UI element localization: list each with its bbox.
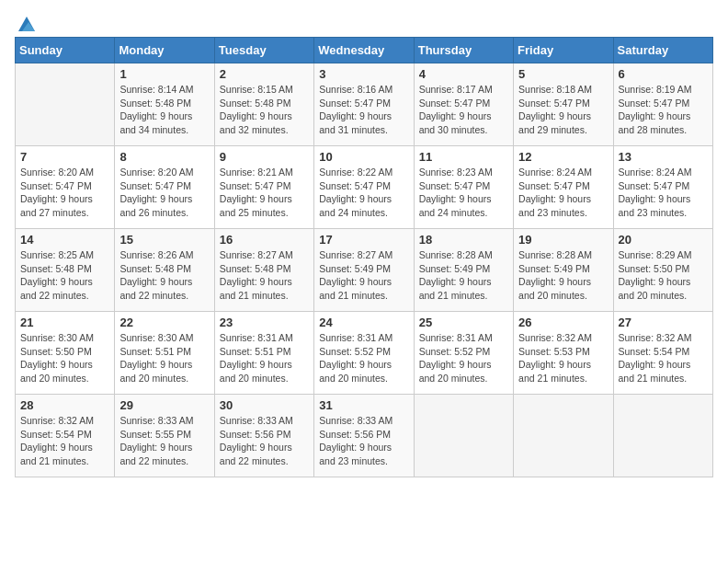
day-number: 7 bbox=[20, 150, 109, 164]
calendar-cell: 13Sunrise: 8:24 AM Sunset: 5:47 PM Dayli… bbox=[613, 146, 712, 229]
calendar-cell bbox=[16, 63, 115, 146]
calendar-cell: 6Sunrise: 8:19 AM Sunset: 5:47 PM Daylig… bbox=[613, 63, 712, 146]
calendar-cell: 29Sunrise: 8:33 AM Sunset: 5:55 PM Dayli… bbox=[115, 395, 214, 477]
day-info: Sunrise: 8:28 AM Sunset: 5:49 PM Dayligh… bbox=[419, 248, 508, 303]
day-number: 21 bbox=[20, 316, 109, 329]
day-info: Sunrise: 8:32 AM Sunset: 5:54 PM Dayligh… bbox=[20, 414, 109, 468]
day-info: Sunrise: 8:15 AM Sunset: 5:48 PM Dayligh… bbox=[220, 83, 309, 137]
day-number: 18 bbox=[419, 233, 508, 247]
logo bbox=[15, 15, 37, 29]
day-header-wednesday: Wednesday bbox=[314, 38, 414, 63]
calendar-cell: 21Sunrise: 8:30 AM Sunset: 5:50 PM Dayli… bbox=[16, 312, 115, 395]
page-header bbox=[15, 15, 713, 29]
calendar-cell: 27Sunrise: 8:32 AM Sunset: 5:54 PM Dayli… bbox=[613, 312, 712, 395]
day-number: 8 bbox=[119, 150, 209, 164]
day-number: 22 bbox=[119, 316, 209, 329]
day-number: 11 bbox=[419, 150, 508, 164]
day-info: Sunrise: 8:27 AM Sunset: 5:48 PM Dayligh… bbox=[220, 248, 309, 303]
day-header-saturday: Saturday bbox=[613, 38, 712, 63]
calendar-cell: 7Sunrise: 8:20 AM Sunset: 5:47 PM Daylig… bbox=[16, 146, 115, 229]
day-number: 10 bbox=[319, 150, 408, 164]
day-number: 28 bbox=[20, 398, 109, 412]
day-info: Sunrise: 8:18 AM Sunset: 5:47 PM Dayligh… bbox=[518, 83, 608, 137]
day-number: 2 bbox=[220, 67, 309, 81]
day-info: Sunrise: 8:21 AM Sunset: 5:47 PM Dayligh… bbox=[220, 166, 309, 220]
calendar-cell: 9Sunrise: 8:21 AM Sunset: 5:47 PM Daylig… bbox=[214, 146, 313, 229]
calendar-cell: 30Sunrise: 8:33 AM Sunset: 5:56 PM Dayli… bbox=[214, 395, 313, 477]
calendar-header-row: SundayMondayTuesdayWednesdayThursdayFrid… bbox=[16, 38, 713, 63]
calendar-cell: 10Sunrise: 8:22 AM Sunset: 5:47 PM Dayli… bbox=[314, 146, 414, 229]
day-info: Sunrise: 8:23 AM Sunset: 5:47 PM Dayligh… bbox=[419, 166, 508, 220]
day-info: Sunrise: 8:33 AM Sunset: 5:55 PM Dayligh… bbox=[119, 414, 209, 468]
calendar-cell: 25Sunrise: 8:31 AM Sunset: 5:52 PM Dayli… bbox=[414, 312, 513, 395]
calendar-cell: 20Sunrise: 8:29 AM Sunset: 5:50 PM Dayli… bbox=[613, 229, 712, 312]
calendar-cell bbox=[514, 395, 613, 477]
calendar-week-5: 28Sunrise: 8:32 AM Sunset: 5:54 PM Dayli… bbox=[16, 395, 713, 477]
calendar-cell: 24Sunrise: 8:31 AM Sunset: 5:52 PM Dayli… bbox=[314, 312, 414, 395]
day-number: 5 bbox=[518, 67, 608, 81]
day-info: Sunrise: 8:25 AM Sunset: 5:48 PM Dayligh… bbox=[20, 248, 109, 303]
day-info: Sunrise: 8:16 AM Sunset: 5:47 PM Dayligh… bbox=[319, 83, 408, 137]
day-number: 14 bbox=[20, 233, 109, 247]
calendar-cell: 8Sunrise: 8:20 AM Sunset: 5:47 PM Daylig… bbox=[115, 146, 214, 229]
day-number: 24 bbox=[319, 316, 408, 329]
day-number: 31 bbox=[319, 398, 408, 412]
calendar-cell: 2Sunrise: 8:15 AM Sunset: 5:48 PM Daylig… bbox=[214, 63, 313, 146]
day-info: Sunrise: 8:17 AM Sunset: 5:47 PM Dayligh… bbox=[419, 83, 508, 137]
calendar-cell: 11Sunrise: 8:23 AM Sunset: 5:47 PM Dayli… bbox=[414, 146, 513, 229]
day-info: Sunrise: 8:33 AM Sunset: 5:56 PM Dayligh… bbox=[319, 414, 408, 468]
calendar-cell: 22Sunrise: 8:30 AM Sunset: 5:51 PM Dayli… bbox=[115, 312, 214, 395]
calendar-cell: 18Sunrise: 8:28 AM Sunset: 5:49 PM Dayli… bbox=[414, 229, 513, 312]
day-number: 23 bbox=[220, 316, 309, 329]
day-number: 12 bbox=[518, 150, 608, 164]
day-info: Sunrise: 8:31 AM Sunset: 5:52 PM Dayligh… bbox=[319, 331, 408, 385]
day-number: 20 bbox=[619, 233, 708, 247]
calendar-cell: 19Sunrise: 8:28 AM Sunset: 5:49 PM Dayli… bbox=[514, 229, 613, 312]
day-info: Sunrise: 8:30 AM Sunset: 5:50 PM Dayligh… bbox=[20, 331, 109, 385]
calendar-cell: 1Sunrise: 8:14 AM Sunset: 5:48 PM Daylig… bbox=[115, 63, 214, 146]
day-number: 16 bbox=[220, 233, 309, 247]
day-number: 29 bbox=[119, 398, 209, 412]
calendar-cell: 31Sunrise: 8:33 AM Sunset: 5:56 PM Dayli… bbox=[314, 395, 414, 477]
logo-icon bbox=[17, 15, 37, 35]
day-number: 30 bbox=[220, 398, 309, 412]
day-number: 19 bbox=[518, 233, 608, 247]
calendar-body: 1Sunrise: 8:14 AM Sunset: 5:48 PM Daylig… bbox=[16, 63, 713, 477]
day-number: 17 bbox=[319, 233, 408, 247]
day-header-sunday: Sunday bbox=[16, 38, 115, 63]
day-info: Sunrise: 8:30 AM Sunset: 5:51 PM Dayligh… bbox=[119, 331, 209, 385]
day-number: 3 bbox=[319, 67, 408, 81]
day-number: 27 bbox=[619, 316, 708, 329]
calendar-cell: 15Sunrise: 8:26 AM Sunset: 5:48 PM Dayli… bbox=[115, 229, 214, 312]
day-header-monday: Monday bbox=[115, 38, 214, 63]
calendar-cell bbox=[613, 395, 712, 477]
day-info: Sunrise: 8:27 AM Sunset: 5:49 PM Dayligh… bbox=[319, 248, 408, 303]
day-info: Sunrise: 8:29 AM Sunset: 5:50 PM Dayligh… bbox=[619, 248, 708, 303]
day-info: Sunrise: 8:19 AM Sunset: 5:47 PM Dayligh… bbox=[619, 83, 708, 137]
calendar-table: SundayMondayTuesdayWednesdayThursdayFrid… bbox=[15, 37, 713, 477]
day-info: Sunrise: 8:31 AM Sunset: 5:52 PM Dayligh… bbox=[419, 331, 508, 385]
day-info: Sunrise: 8:14 AM Sunset: 5:48 PM Dayligh… bbox=[119, 83, 209, 137]
day-number: 13 bbox=[619, 150, 708, 164]
calendar-week-1: 1Sunrise: 8:14 AM Sunset: 5:48 PM Daylig… bbox=[16, 63, 713, 146]
day-info: Sunrise: 8:31 AM Sunset: 5:51 PM Dayligh… bbox=[220, 331, 309, 385]
calendar-cell: 23Sunrise: 8:31 AM Sunset: 5:51 PM Dayli… bbox=[214, 312, 313, 395]
day-number: 25 bbox=[419, 316, 508, 329]
calendar-cell: 16Sunrise: 8:27 AM Sunset: 5:48 PM Dayli… bbox=[214, 229, 313, 312]
day-info: Sunrise: 8:20 AM Sunset: 5:47 PM Dayligh… bbox=[20, 166, 109, 220]
calendar-cell: 4Sunrise: 8:17 AM Sunset: 5:47 PM Daylig… bbox=[414, 63, 513, 146]
day-header-friday: Friday bbox=[514, 38, 613, 63]
day-info: Sunrise: 8:22 AM Sunset: 5:47 PM Dayligh… bbox=[319, 166, 408, 220]
calendar-cell: 3Sunrise: 8:16 AM Sunset: 5:47 PM Daylig… bbox=[314, 63, 414, 146]
day-number: 4 bbox=[419, 67, 508, 81]
day-info: Sunrise: 8:28 AM Sunset: 5:49 PM Dayligh… bbox=[518, 248, 608, 303]
day-info: Sunrise: 8:32 AM Sunset: 5:53 PM Dayligh… bbox=[518, 331, 608, 385]
calendar-week-3: 14Sunrise: 8:25 AM Sunset: 5:48 PM Dayli… bbox=[16, 229, 713, 312]
day-number: 6 bbox=[619, 67, 708, 81]
calendar-cell: 5Sunrise: 8:18 AM Sunset: 5:47 PM Daylig… bbox=[514, 63, 613, 146]
day-info: Sunrise: 8:24 AM Sunset: 5:47 PM Dayligh… bbox=[619, 166, 708, 220]
day-number: 9 bbox=[220, 150, 309, 164]
day-info: Sunrise: 8:32 AM Sunset: 5:54 PM Dayligh… bbox=[619, 331, 708, 385]
day-header-thursday: Thursday bbox=[414, 38, 513, 63]
day-info: Sunrise: 8:20 AM Sunset: 5:47 PM Dayligh… bbox=[119, 166, 209, 220]
